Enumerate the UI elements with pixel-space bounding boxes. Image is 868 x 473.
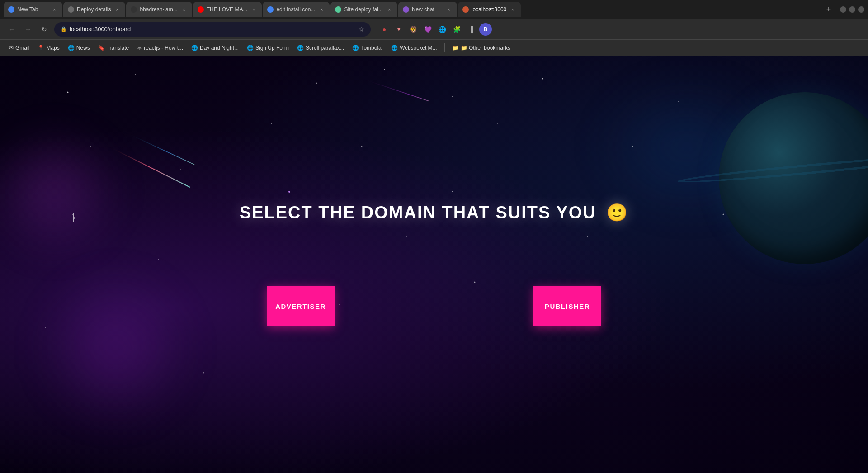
bookmark-item-bm-daynnight[interactable]: 🌐Day and Night... [188,43,242,53]
bookmarks-bar: ✉Gmail📍Maps🌐News🔖Translate⚛reactjs - How… [0,40,868,56]
bookmark-label: Translate [107,45,129,51]
brave-icon[interactable]: 🦁 [407,23,420,36]
tab-close-icon[interactable]: × [386,6,393,13]
tab-favicon [462,6,469,13]
bookmark-label: Tombola! [361,45,383,51]
url-text: localhost:3000/onboard [70,26,131,33]
advertiser-button[interactable]: ADVERTISER [267,286,335,326]
browser-tab-tab-2[interactable]: Deploy details× [63,2,125,17]
tab-label: Deploy details [77,6,111,13]
tab-favicon [267,6,274,13]
bookmark-icon: ⚛ [137,45,142,51]
bookmark-icon: 🌐 [68,45,75,51]
tab-favicon [8,6,14,13]
tab-close-icon[interactable]: × [509,6,516,13]
browser-tab-tab-5[interactable]: edit install con...× [263,2,330,17]
lock-icon: 🔒 [61,26,67,32]
tab-label: bhadresh-lam... [140,6,177,13]
toolbar-icons: ● ♥ 🦁 💜 🌐 🧩 ▐ B ⋮ [378,23,506,36]
bookmark-item-bm-tombola[interactable]: 🌐Tombola! [349,43,387,53]
bookmark-item-bm-translate[interactable]: 🔖Translate [94,43,133,53]
tab-close-icon[interactable]: × [318,6,325,13]
reload-button[interactable]: ↻ [38,23,51,36]
bookmark-other-label: 📁 Other bookmarks [461,45,510,51]
tab-favicon [335,6,341,13]
bookmark-label: Scroll parallax... [306,45,344,51]
maximize-button[interactable] [849,6,855,13]
bookmark-label: News [76,45,90,51]
bookmark-label: reactjs - How t... [144,45,183,51]
back-button[interactable]: ← [5,23,18,36]
bookmark-item-bm-reactjs[interactable]: ⚛reactjs - How t... [133,43,187,53]
url-bar[interactable]: 🔒 localhost:3000/onboard ☆ [54,22,371,37]
vpn-icon[interactable]: 🌐 [436,23,448,36]
browser-tab-tab-7[interactable]: New chat× [398,2,457,17]
bookmark-icon: ✉ [9,45,14,51]
browser-tab-tab-1[interactable]: New Tab× [4,2,62,17]
bookmark-icon: 🔖 [98,45,105,51]
page-title: SELECT THE DOMAIN THAT SUITS YOU 🙂 [240,203,628,222]
bookmark-star-icon[interactable]: ☆ [359,26,364,33]
bookmark-icon: 🌐 [191,45,198,51]
tab-close-icon[interactable]: × [180,6,188,13]
minimize-button[interactable] [840,6,846,13]
forward-button[interactable]: → [22,23,34,36]
wallet-icon[interactable]: 💜 [421,23,434,36]
bookmark-item-bm-signup[interactable]: 🌐Sign Up Form [243,43,292,53]
bookmark-icon: 🌐 [297,45,304,51]
puzzle-icon[interactable]: 🧩 [450,23,463,36]
tab-close-icon[interactable]: × [113,6,121,13]
bookmark-label: Day and Night... [200,45,239,51]
profile-icon[interactable]: B [479,23,492,36]
tab-favicon [131,6,137,13]
bookmark-icon: 📁 [452,45,459,51]
browser-tab-tab-3[interactable]: bhadresh-lam...× [126,2,192,17]
menu-icon[interactable]: ⋮ [494,23,506,36]
tab-bar: New Tab×Deploy details×bhadresh-lam...×T… [0,0,868,19]
close-button[interactable] [858,6,864,13]
bookmark-item-bm-maps[interactable]: 📍Maps [34,43,63,53]
new-tab-button[interactable]: + [822,3,835,16]
domain-buttons-container: ADVERTISER PUBLISHER [267,286,601,326]
bookmark-item-bm-other[interactable]: 📁📁 Other bookmarks [448,43,514,53]
browser-tab-tab-6[interactable]: Site deploy fai...× [330,2,397,17]
publisher-button[interactable]: PUBLISHER [533,286,601,326]
tab-label: edit install con... [276,6,315,13]
main-content: SELECT THE DOMAIN THAT SUITS YOU 🙂 ADVER… [0,56,868,473]
tab-label: Site deploy fai... [344,6,382,13]
extensions-icon[interactable]: ♥ [392,23,405,36]
tab-label: New chat [412,6,443,13]
bookmark-icon: 🌐 [391,45,398,51]
tab-close-icon[interactable]: × [445,6,453,13]
bookmark-icon: 🌐 [352,45,359,51]
tab-label: THE LOVE MA... [207,6,248,13]
bookmark-item-bm-websocket[interactable]: 🌐Websocket M... [387,43,440,53]
browser-tab-tab-8[interactable]: localhost:3000× [458,2,521,17]
tab-favicon [68,6,74,13]
bookmark-icon: 🌐 [247,45,254,51]
bookmark-label: Sign Up Form [255,45,289,51]
tab-close-icon[interactable]: × [51,6,58,13]
address-bar: ← → ↻ 🔒 localhost:3000/onboard ☆ ● ♥ 🦁 💜… [0,19,868,40]
browser-chrome: New Tab×Deploy details×bhadresh-lam...×T… [0,0,868,56]
browser-tab-tab-4[interactable]: THE LOVE MA...× [193,2,262,17]
bookmark-label: Websocket M... [400,45,437,51]
page-content: SELECT THE DOMAIN THAT SUITS YOU 🙂 ADVER… [0,56,868,473]
tab-close-icon[interactable]: × [250,6,257,13]
bookmark-separator [444,43,445,52]
share-icon[interactable]: ● [378,23,391,36]
tab-label: localhost:3000 [472,6,506,13]
tab-label: New Tab [17,6,48,13]
bookmark-label: Maps [46,45,59,51]
sidebar-icon[interactable]: ▐ [465,23,477,36]
bookmark-label: Gmail [15,45,29,51]
bookmark-item-bm-gmail[interactable]: ✉Gmail [5,43,33,53]
bookmark-item-bm-news[interactable]: 🌐News [64,43,94,53]
tab-favicon [198,6,204,13]
bookmark-item-bm-parallax[interactable]: 🌐Scroll parallax... [293,43,348,53]
tab-favicon [403,6,409,13]
bookmark-icon: 📍 [38,45,44,51]
